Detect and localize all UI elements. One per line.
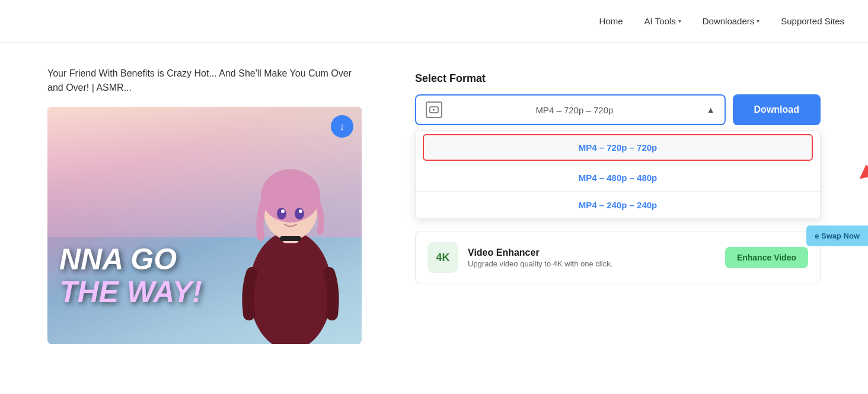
enhance-video-button[interactable]: Enhance Video — [725, 247, 808, 268]
header: Home AI Tools ▾ Downloaders ▾ Supported … — [0, 0, 868, 43]
right-panel: Select Format MP4 – 720p – 720p ▲ Downlo… — [415, 66, 821, 344]
format-option-720p[interactable]: MP4 – 720p – 720p — [423, 134, 813, 161]
format-option-480p[interactable]: MP4 – 480p – 480p — [416, 164, 820, 191]
right-side-ad[interactable]: e Swap Now — [806, 225, 868, 246]
thumbnail-download-badge[interactable]: ↓ — [331, 115, 353, 138]
video-enhancer-card: 4K Video Enhancer Upgrade video quality … — [415, 231, 821, 284]
chevron-down-icon: ▾ — [678, 18, 681, 24]
enhancer-title: Video Enhancer — [468, 247, 716, 258]
svg-rect-8 — [280, 236, 301, 241]
svg-point-0 — [249, 231, 332, 344]
enhancer-text-block: Video Enhancer Upgrade video quality to … — [468, 247, 716, 268]
svg-point-5 — [295, 208, 304, 220]
4k-icon: 4K — [427, 242, 458, 273]
format-options-list: MP4 – 720p – 720p MP4 – 480p – 480p MP4 … — [415, 130, 821, 219]
svg-point-6 — [281, 209, 285, 213]
nav-supported-sites-label: Supported Sites — [781, 16, 844, 26]
select-format-label: Select Format — [415, 72, 821, 85]
chevron-down-icon: ▾ — [757, 18, 760, 24]
chevron-up-icon: ▲ — [707, 105, 715, 115]
nav-downloaders-label: Downloaders — [703, 16, 755, 26]
video-format-icon — [426, 101, 442, 118]
nav-ai-tools-label: AI Tools — [644, 16, 676, 26]
nav-supported-sites[interactable]: Supported Sites — [781, 16, 844, 26]
annotation-arrow — [815, 142, 868, 183]
anime-character — [225, 125, 356, 344]
nav-home-label: Home — [599, 16, 623, 26]
left-panel: Your Friend With Benefits is Crazy Hot..… — [47, 66, 368, 344]
thumbnail-line2: THE WAY! — [59, 276, 202, 309]
svg-point-3 — [261, 169, 320, 223]
format-dropdown-menu: MP4 – 720p – 720p MP4 – 480p – 480p MP4 … — [415, 130, 821, 219]
thumbnail-overlay-text: NNA GO THE WAY! — [59, 243, 202, 309]
nav-ai-tools[interactable]: AI Tools ▾ — [644, 16, 681, 26]
main-nav: Home AI Tools ▾ Downloaders ▾ Supported … — [599, 16, 844, 26]
video-title: Your Friend With Benefits is Crazy Hot..… — [47, 66, 368, 95]
enhancer-description: Upgrade video quality to 4K with one cli… — [468, 259, 716, 268]
format-row: MP4 – 720p – 720p ▲ Download — [415, 94, 821, 125]
nav-home[interactable]: Home — [599, 16, 623, 26]
nav-downloaders[interactable]: Downloaders ▾ — [703, 16, 760, 26]
thumbnail-line1: NNA GO — [59, 243, 202, 276]
svg-point-4 — [277, 208, 286, 220]
format-option-240p[interactable]: MP4 – 240p – 240p — [416, 191, 820, 218]
video-thumbnail: NNA GO THE WAY! — [47, 107, 362, 344]
download-button[interactable]: Download — [733, 94, 821, 125]
svg-point-7 — [299, 209, 302, 213]
main-content: Your Friend With Benefits is Crazy Hot..… — [0, 43, 868, 368]
format-selected-value: MP4 – 720p – 720p — [449, 105, 700, 115]
format-select-dropdown[interactable]: MP4 – 720p – 720p ▲ — [415, 94, 726, 125]
